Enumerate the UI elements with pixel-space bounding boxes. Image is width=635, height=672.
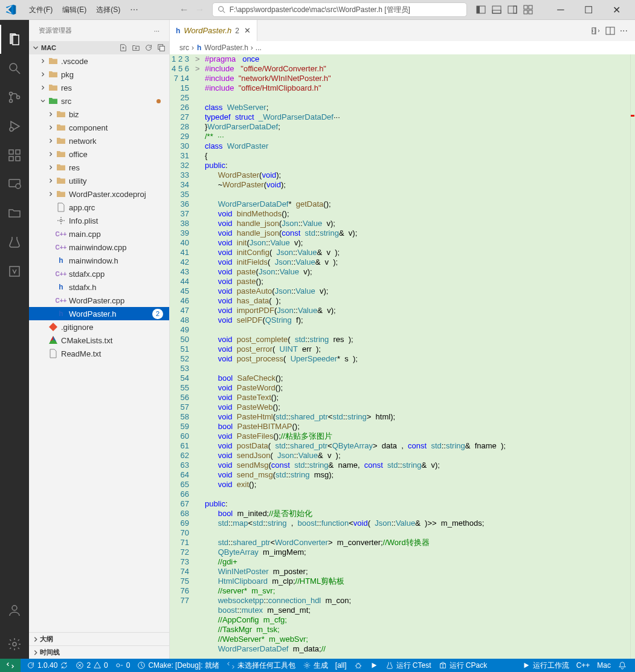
status-notifications[interactable] [614, 661, 630, 671]
menu-select[interactable]: 选择(S) [91, 2, 125, 18]
svg-point-23 [16, 184, 21, 189]
svg-point-15 [10, 100, 13, 103]
refresh-icon[interactable] [144, 44, 153, 52]
tree-item-mainwindow-h[interactable]: hmainwindow.h [29, 254, 169, 267]
new-file-icon[interactable] [119, 44, 127, 52]
window-maximize[interactable]: ☐ [575, 0, 602, 20]
nav-forward[interactable]: → [195, 4, 205, 15]
status-platform[interactable]: Mac [593, 661, 614, 671]
tree-item-src[interactable]: src [29, 94, 169, 108]
nav-back[interactable]: ← [179, 4, 189, 15]
menu-file[interactable]: 文件(F) [24, 2, 57, 18]
tree-item-network[interactable]: network [29, 134, 169, 147]
statusbar: 1.0.40 20 0 CMake: [Debug]: 就绪 未选择任何工具包 … [0, 659, 635, 672]
activity-folder[interactable] [0, 199, 29, 228]
activity-scm[interactable] [0, 83, 29, 112]
split-icon[interactable] [605, 26, 615, 36]
status-debug-launch[interactable] [350, 661, 366, 670]
tree-item-wordpaster-cpp[interactable]: C++WordPaster.cpp [29, 294, 169, 307]
menu-more[interactable]: ··· [125, 2, 143, 18]
status-target[interactable]: [all] [332, 661, 350, 670]
close-icon[interactable]: ✕ [244, 26, 251, 35]
layout-customize-icon[interactable] [521, 3, 535, 16]
window-close[interactable]: ✕ [602, 0, 630, 20]
activity-debug[interactable] [0, 112, 29, 141]
svg-rect-18 [9, 150, 13, 154]
activity-remote[interactable] [0, 170, 29, 199]
layout-panel-icon[interactable] [490, 3, 503, 16]
timeline-section[interactable]: 时间线 [29, 645, 169, 659]
tree-item-cmakelists-txt[interactable]: CMakeLists.txt [29, 334, 169, 347]
layout-sidebar-right-icon[interactable] [506, 3, 519, 16]
layout-sidebar-left-icon[interactable] [474, 3, 488, 16]
status-lang[interactable]: C++ [573, 661, 594, 671]
svg-point-26 [13, 642, 16, 646]
status-build[interactable]: 生成 [299, 661, 332, 671]
collapse-icon[interactable] [157, 44, 166, 52]
tree-item--gitignore[interactable]: .gitignore [29, 320, 169, 334]
new-folder-icon[interactable] [132, 44, 140, 52]
code-editor[interactable]: 1 2 3 4 5 6 7 14 15 25 26 27 28 29 30 31… [170, 54, 635, 659]
svg-rect-9 [529, 5, 532, 9]
tree-item-biz[interactable]: biz [29, 108, 169, 121]
minimap[interactable] [630, 54, 635, 659]
status-cpack[interactable]: 运行 CPack [435, 661, 491, 671]
remote-indicator[interactable] [0, 659, 21, 672]
activity-testing[interactable] [0, 228, 29, 257]
activity-account[interactable] [0, 596, 29, 625]
status-sync[interactable]: 1.0.40 [23, 661, 72, 670]
tree-item-mainwindow-cpp[interactable]: C++mainwindow.cpp [29, 241, 169, 254]
tab-wordpaster-h[interactable]: h WordPaster.h 2 ✕ [170, 20, 257, 41]
command-center[interactable]: F:\apps\wordpaster\code\mac\src\WordPast… [212, 2, 467, 17]
tree-item-office[interactable]: office [29, 147, 169, 161]
status-run[interactable] [366, 661, 382, 670]
activity-extensions[interactable] [0, 141, 29, 170]
activity-settings[interactable] [0, 630, 29, 659]
svg-rect-3 [477, 6, 480, 13]
tree-item-component[interactable]: component [29, 121, 169, 134]
activity-bar [0, 20, 29, 659]
svg-rect-21 [16, 150, 20, 154]
status-workflow[interactable]: 运行工作流 [518, 661, 573, 671]
tree-item-wordpaster-h[interactable]: hWordPaster.h2 [29, 307, 169, 320]
tree-item-app-qrc[interactable]: app.qrc [29, 201, 169, 214]
svg-rect-8 [524, 5, 527, 9]
svg-rect-19 [9, 157, 13, 161]
svg-point-36 [306, 664, 308, 667]
tree-item-wordpaster-xcodeproj[interactable]: WordPaster.xcodeproj [29, 187, 169, 201]
tree-item-pkg[interactable]: pkg [29, 68, 169, 81]
activity-explorer[interactable] [0, 25, 29, 54]
sidebar-more[interactable]: ··· [154, 27, 160, 34]
status-problems[interactable]: 20 [72, 661, 111, 670]
tree-item-info-plist[interactable]: Info.plist [29, 214, 169, 227]
sidebar-title: 资源管理器 ··· [29, 20, 169, 41]
breadcrumb[interactable]: src› h WordPaster.h› ... [170, 41, 635, 54]
svg-point-37 [356, 664, 360, 668]
menu-edit[interactable]: 编辑(E) [57, 2, 91, 18]
tab-more[interactable]: ··· [620, 25, 628, 36]
tree-item-utility[interactable]: utility [29, 174, 169, 187]
tree-item-res[interactable]: res [29, 81, 169, 94]
tree-item-res[interactable]: res [29, 161, 169, 174]
file-tree: .vscodepkgressrcbizcomponentnetworkoffic… [29, 54, 169, 632]
svg-point-17 [10, 128, 13, 131]
tree-item-main-cpp[interactable]: C++main.cpp [29, 227, 169, 241]
outline-section[interactable]: 大纲 [29, 632, 169, 645]
svg-rect-24 [10, 267, 19, 276]
svg-line-1 [222, 11, 225, 13]
svg-rect-30 [592, 28, 595, 34]
tree-root[interactable]: MAC [29, 41, 169, 54]
activity-cmake[interactable] [0, 257, 29, 286]
status-cmake[interactable]: CMake: [Debug]: 就绪 [134, 661, 222, 671]
status-ports[interactable]: 0 [112, 661, 134, 670]
tree-item--vscode[interactable]: .vscode [29, 54, 169, 68]
nav-arrows: ← → [179, 4, 205, 15]
status-kit[interactable]: 未选择任何工具包 [223, 661, 299, 671]
status-ctest[interactable]: 运行 CTest [382, 661, 435, 671]
tree-item-readme-txt[interactable]: ReadMe.txt [29, 347, 169, 360]
activity-search[interactable] [0, 54, 29, 83]
tree-item-stdafx-cpp[interactable]: C++stdafx.cpp [29, 267, 169, 280]
tree-item-stdafx-h[interactable]: hstdafx.h [29, 280, 169, 294]
compare-icon[interactable] [591, 26, 601, 36]
window-minimize[interactable]: ─ [547, 0, 575, 20]
